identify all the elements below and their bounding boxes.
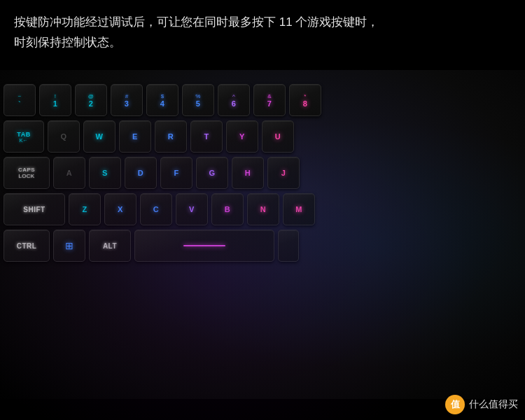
- qwerty-row: TAB K← Q W E R T Y U: [4, 120, 294, 153]
- key-w[interactable]: W: [83, 120, 115, 153]
- key-g[interactable]: G: [196, 157, 228, 189]
- key-r[interactable]: R: [155, 120, 187, 153]
- windows-icon: ⊞: [65, 240, 74, 251]
- key-q[interactable]: Q: [48, 120, 80, 153]
- key-8[interactable]: * 8: [289, 84, 321, 116]
- key-n[interactable]: N: [247, 193, 279, 225]
- description-line2: 时刻保持控制状态。: [14, 33, 511, 53]
- watermark-logo: 值: [445, 395, 465, 414]
- key-m[interactable]: M: [283, 193, 315, 225]
- key-j[interactable]: J: [267, 157, 300, 189]
- key-capslock[interactable]: CAPS LOCK: [4, 157, 50, 189]
- key-z[interactable]: Z: [69, 193, 101, 225]
- key-4[interactable]: $ 4: [146, 84, 178, 116]
- key-d[interactable]: D: [125, 157, 157, 189]
- key-space[interactable]: [134, 230, 274, 262]
- bottom-row: CTRL ⊞ ALT: [4, 230, 299, 262]
- key-s[interactable]: S: [89, 157, 121, 189]
- key-t[interactable]: T: [190, 120, 223, 153]
- description-text: 按键防冲功能经过调试后，可让您在同时最多按下 11 个游戏按键时， 时刻保持控制…: [14, 13, 511, 53]
- key-a[interactable]: A: [53, 157, 85, 189]
- key-6[interactable]: ^ 6: [218, 84, 250, 116]
- key-3[interactable]: # 3: [111, 84, 143, 116]
- spacebar-line: [183, 245, 225, 246]
- watermark-text: 什么值得买: [469, 398, 518, 411]
- watermark: 值 什么值得买: [445, 395, 518, 414]
- key-2[interactable]: @ 2: [75, 84, 107, 116]
- key-c[interactable]: C: [140, 193, 172, 225]
- key-extra[interactable]: [278, 230, 299, 262]
- key-backtick[interactable]: ~ `: [4, 84, 36, 116]
- key-b[interactable]: B: [211, 193, 244, 225]
- key-x[interactable]: X: [104, 193, 136, 225]
- key-u[interactable]: U: [262, 120, 294, 153]
- key-1[interactable]: ! 1: [39, 84, 71, 116]
- key-win[interactable]: ⊞: [53, 230, 85, 262]
- key-5[interactable]: % 5: [182, 84, 214, 116]
- key-f[interactable]: F: [160, 157, 192, 189]
- page-wrapper: 按键防冲功能经过调试后，可让您在同时最多按下 11 个游戏按键时， 时刻保持控制…: [0, 0, 525, 420]
- zxcv-row: SHIFT Z X C V B N M: [4, 193, 315, 225]
- key-h[interactable]: H: [232, 157, 264, 189]
- key-7[interactable]: & 7: [253, 84, 286, 116]
- key-alt[interactable]: ALT: [89, 230, 131, 262]
- key-ctrl[interactable]: CTRL: [4, 230, 50, 262]
- description-line1: 按键防冲功能经过调试后，可让您在同时最多按下 11 个游戏按键时，: [14, 13, 511, 33]
- number-row: ~ ` ! 1 @ 2 # 3 $ 4 % 5: [4, 84, 321, 116]
- asdf-row: CAPS LOCK A S D F G H J: [4, 157, 300, 189]
- key-e[interactable]: E: [119, 120, 151, 153]
- key-shift[interactable]: SHIFT: [4, 193, 65, 225]
- key-v[interactable]: V: [176, 193, 208, 225]
- keyboard-area: ~ ` ! 1 @ 2 # 3 $ 4 % 5: [0, 70, 525, 399]
- key-y[interactable]: Y: [226, 120, 258, 153]
- key-tab[interactable]: TAB K←: [4, 120, 44, 153]
